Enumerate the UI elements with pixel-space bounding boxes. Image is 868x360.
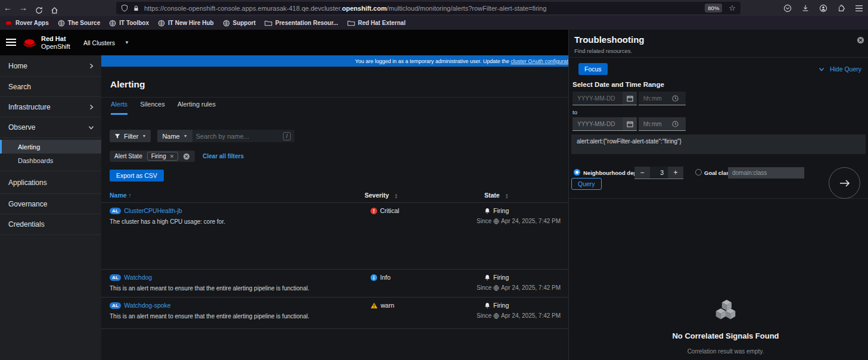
oauth-config-link[interactable]: cluster OAuth configuration	[511, 58, 568, 64]
alerts-table: Name ↑ Severity▲▼ State▲▼ ALClusterCPUHe…	[101, 192, 568, 329]
name-attribute-dropdown[interactable]: Name▼	[157, 130, 192, 142]
menu-icon[interactable]	[855, 5, 863, 12]
globe-icon	[493, 285, 499, 291]
from-time-box[interactable]	[639, 92, 686, 105]
sidebar-item-search[interactable]: Search	[0, 77, 101, 97]
bookmark-star-icon[interactable]: ☆	[729, 4, 736, 12]
alert-description: This is an alert meant to ensure that th…	[110, 313, 365, 320]
goal-class-radio[interactable]	[695, 169, 702, 176]
critical-severity-icon	[371, 208, 377, 214]
lock-icon[interactable]	[133, 5, 139, 12]
bookmark-it-toolbox[interactable]: IT Toolbox	[109, 20, 149, 27]
sidebar-nav: Home Search Infrastructure Observe Alert…	[0, 55, 101, 360]
sidebar-item-dashboards[interactable]: Dashboards	[0, 154, 101, 167]
neighbourhood-depth-radio[interactable]	[574, 169, 580, 176]
alert-name-link[interactable]: Watchdog-spoke	[124, 302, 170, 309]
pocket-icon[interactable]	[783, 4, 792, 12]
query-button[interactable]: Query	[571, 178, 602, 190]
clock-icon	[672, 121, 679, 127]
filter-chip-firing[interactable]: Firing✕	[147, 152, 179, 161]
close-panel-icon[interactable]	[857, 36, 864, 44]
chevron-down-icon: ▼	[125, 40, 129, 45]
nav-toggle-icon[interactable]	[6, 39, 16, 48]
correlation-query-textarea[interactable]: alert:alert:{"rowFilter-alert-state":"fi…	[571, 134, 866, 154]
increment-button[interactable]: +	[668, 167, 683, 179]
chevron-right-icon	[89, 63, 94, 69]
sidebar-item-governance[interactable]: Governance	[0, 194, 101, 214]
sidebar-item-infrastructure[interactable]: Infrastructure	[0, 97, 101, 117]
tab-alerting-rules[interactable]: Alerting rules	[178, 101, 216, 115]
masthead: Red HatOpenShift All Clusters▼	[0, 30, 568, 55]
redhat-logo-icon	[22, 37, 37, 48]
table-row[interactable]: ALClusterCPUHealth-jb The cluster has a …	[101, 203, 568, 270]
sidebar-item-home[interactable]: Home	[0, 55, 101, 77]
remove-chip-icon[interactable]: ✕	[170, 154, 175, 159]
filter-dropdown[interactable]: Filter▼	[110, 130, 151, 142]
hide-query-link[interactable]: Hide Query	[819, 65, 861, 73]
shield-icon[interactable]	[121, 4, 128, 12]
submit-query-arrow-button[interactable]	[829, 167, 860, 199]
column-header-severity[interactable]: Severity▲▼	[365, 192, 477, 202]
empty-state: No Correlated Signals Found Correlation …	[576, 299, 868, 355]
cubes-icon	[714, 299, 738, 321]
bookmark-the-source[interactable]: The Source	[58, 20, 100, 27]
reload-icon[interactable]	[31, 2, 46, 14]
alert-badge: AL	[110, 208, 121, 214]
folder-icon	[265, 20, 272, 26]
tab-silences[interactable]: Silences	[140, 101, 165, 115]
bookmark-support[interactable]: Support	[223, 20, 256, 27]
forward-icon[interactable]: →	[15, 0, 31, 16]
sidebar-item-applications[interactable]: Applications	[0, 171, 101, 194]
column-header-state[interactable]: State▲▼	[477, 192, 560, 202]
alert-name-link[interactable]: Watchdog	[124, 274, 152, 281]
table-row[interactable]: ALWatchdog This is an alert meant to ens…	[101, 270, 568, 298]
extensions-icon[interactable]	[837, 4, 845, 12]
main-content: You are logged in as a temporary adminis…	[101, 55, 568, 360]
alerting-tabs: Alerts Silences Alerting rules	[111, 101, 216, 115]
sidebar-item-observe[interactable]: Observe	[0, 117, 101, 138]
calendar-icon[interactable]	[623, 117, 637, 131]
to-time-box[interactable]	[639, 117, 686, 131]
zoom-level-badge[interactable]: 80%	[705, 4, 722, 12]
cluster-selector[interactable]: All Clusters▼	[83, 30, 129, 55]
bookmarks-bar: Rover Apps The Source IT Toolbox IT New …	[0, 16, 868, 30]
back-icon[interactable]: ←	[0, 0, 15, 16]
from-date-input[interactable]	[573, 92, 623, 105]
clear-chip-group-icon[interactable]	[183, 153, 190, 160]
table-row[interactable]: ALWatchdog-spoke This is an alert meant …	[101, 298, 568, 329]
bookmark-presentation-resources[interactable]: Presentation Resour...	[265, 20, 338, 26]
sidebar-item-credentials[interactable]: Credentials	[0, 214, 101, 235]
brand-logo: Red HatOpenShift	[22, 35, 70, 50]
tab-alerts[interactable]: Alerts	[111, 101, 127, 115]
bookmark-red-hat-external[interactable]: Red Hat External	[347, 20, 406, 26]
goal-class-input[interactable]	[728, 167, 804, 179]
download-icon[interactable]	[801, 4, 810, 12]
alert-name-link[interactable]: ClusterCPUHealth-jb	[124, 207, 182, 214]
focus-button[interactable]: Focus	[578, 63, 608, 75]
url-bar[interactable]: https://console-openshift-console.apps.e…	[116, 2, 741, 14]
empty-state-title: No Correlated Signals Found	[576, 331, 868, 340]
search-by-name-input[interactable]: Search by name... /	[192, 130, 294, 142]
home-icon[interactable]	[46, 2, 62, 14]
depth-value[interactable]: 3	[650, 167, 668, 179]
clear-all-filters-link[interactable]: Clear all filters	[203, 153, 244, 159]
chevron-right-icon	[89, 104, 94, 110]
chevron-down-icon: ▼	[142, 134, 146, 138]
calendar-icon[interactable]	[623, 92, 637, 105]
decrement-button[interactable]: −	[634, 167, 650, 179]
alert-description: The cluster has a high CPU usage: core f…	[110, 218, 365, 225]
from-time-input[interactable]	[639, 95, 667, 102]
bookmark-it-new-hire-hub[interactable]: IT New Hire Hub	[158, 20, 214, 27]
account-icon[interactable]	[819, 4, 827, 12]
redhat-icon	[5, 20, 13, 26]
date-range-label: Select Date and Time Range	[573, 81, 664, 88]
arrow-right-icon	[839, 179, 851, 188]
bookmark-rover-apps[interactable]: Rover Apps	[5, 20, 49, 26]
to-date-input[interactable]	[573, 117, 623, 131]
column-header-name[interactable]: Name ↑	[110, 192, 365, 202]
sidebar-item-alerting[interactable]: Alerting	[0, 140, 101, 154]
export-csv-button[interactable]: Export as CSV	[110, 170, 164, 181]
page-title: Alerting	[110, 79, 145, 90]
slash-shortcut-hint: /	[283, 132, 291, 140]
to-time-input[interactable]	[639, 121, 667, 127]
